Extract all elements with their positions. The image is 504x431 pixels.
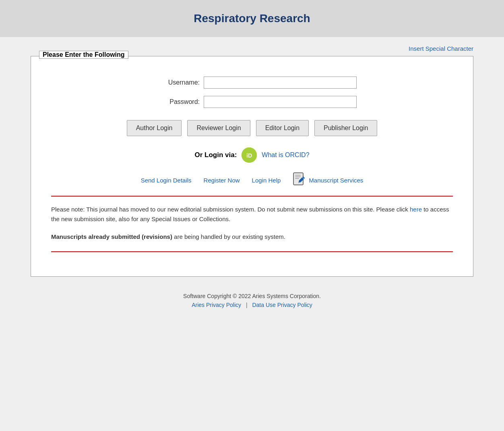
manuscript-services-link[interactable]: Manuscript Services xyxy=(293,172,363,188)
or-login-label: Or Login via: xyxy=(194,151,237,159)
manuscript-icon xyxy=(293,172,306,188)
data-use-privacy-link[interactable]: Data Use Privacy Policy xyxy=(252,302,312,308)
footer: Software Copyright © 2022 Aries Systems … xyxy=(31,289,473,308)
svg-text:iD: iD xyxy=(246,152,252,159)
form-fields: Username: Password: xyxy=(51,77,453,108)
copyright-text: Software Copyright © 2022 Aries Systems … xyxy=(31,293,473,299)
svg-rect-6 xyxy=(295,178,299,179)
here-link[interactable]: here xyxy=(410,206,422,213)
username-row: Username: xyxy=(51,77,453,89)
footer-links: Aries Privacy Policy | Data Use Privacy … xyxy=(31,302,473,308)
password-label: Password: xyxy=(147,98,200,106)
send-login-details-link[interactable]: Send Login Details xyxy=(141,177,192,184)
username-label: Username: xyxy=(147,79,200,86)
password-row: Password: xyxy=(51,96,453,108)
login-help-link[interactable]: Login Help xyxy=(252,177,281,184)
password-input[interactable] xyxy=(204,96,357,108)
register-now-link[interactable]: Register Now xyxy=(204,177,240,184)
reviewer-login-button[interactable]: Reviewer Login xyxy=(187,120,250,136)
publisher-login-button[interactable]: Publisher Login xyxy=(314,120,377,136)
what-is-orcid-link[interactable]: What is ORCID? xyxy=(262,151,309,159)
notice-bold-paragraph: Manuscripts already submitted (revisions… xyxy=(51,232,453,242)
page-title: Respiratory Research xyxy=(8,12,496,25)
insert-special-character-link[interactable]: Insert Special Character xyxy=(409,45,473,52)
fieldset-title: Please Enter the Following xyxy=(39,51,128,59)
svg-rect-5 xyxy=(295,176,301,177)
editor-login-button[interactable]: Editor Login xyxy=(256,120,309,136)
login-form-container: Please Enter the Following Username: Pas… xyxy=(31,56,473,277)
aries-privacy-policy-link[interactable]: Aries Privacy Policy xyxy=(192,302,241,308)
svg-rect-4 xyxy=(295,175,301,176)
author-login-button[interactable]: Author Login xyxy=(127,120,182,136)
bottom-red-divider xyxy=(51,251,453,252)
orcid-login-button[interactable]: iD xyxy=(242,147,257,163)
username-input[interactable] xyxy=(204,77,357,89)
notice-paragraph: Please note: This journal has moved to o… xyxy=(51,205,453,224)
orcid-row: Or Login via: iD What is ORCID? xyxy=(51,147,453,163)
footer-separator: | xyxy=(246,302,248,308)
utility-links-row: Send Login Details Register Now Login He… xyxy=(51,172,453,188)
top-red-divider xyxy=(51,196,453,197)
login-buttons-group: Author Login Reviewer Login Editor Login… xyxy=(51,120,453,136)
